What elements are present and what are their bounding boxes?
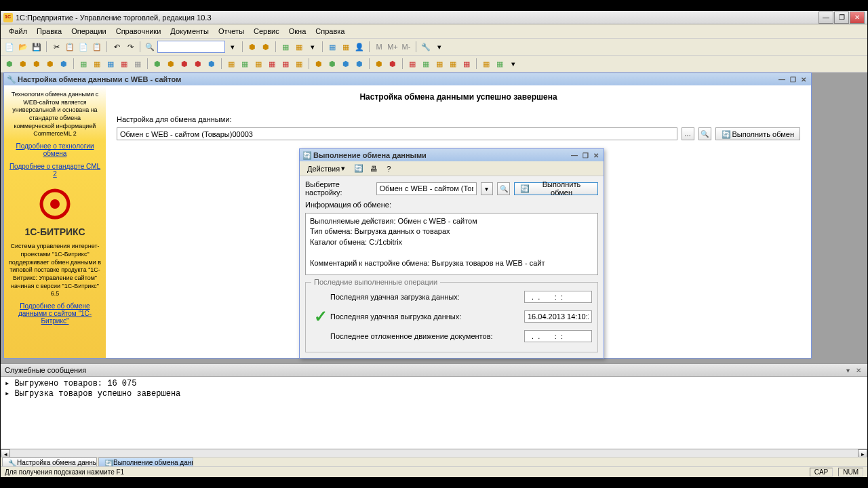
menu-edit[interactable]: Правка <box>33 26 66 37</box>
tb-icon[interactable]: ⬢ <box>58 58 70 70</box>
tb-icon[interactable]: ⬢ <box>326 58 338 70</box>
redo-icon[interactable]: ↷ <box>124 41 136 53</box>
menu-catalogs[interactable]: Справочники <box>112 26 165 37</box>
tb-icon[interactable]: ▦ <box>447 58 459 70</box>
close-button[interactable]: ✕ <box>591 150 601 160</box>
tb-icon[interactable]: ⬢ <box>165 58 177 70</box>
dropdown-icon[interactable]: ▾ <box>307 41 319 53</box>
last-deferred-input[interactable] <box>524 330 592 342</box>
tb-icon[interactable]: ▦ <box>239 58 251 70</box>
dropdown-icon[interactable]: ▾ <box>433 41 446 53</box>
tb-icon[interactable]: ⬢ <box>340 58 352 70</box>
menu-service[interactable]: Сервис <box>250 26 283 37</box>
tools-icon[interactable]: 🔧 <box>420 41 432 53</box>
settings-input[interactable] <box>117 127 677 140</box>
execute-exchange-button[interactable]: 🔄 Выполнить обмен <box>514 182 598 195</box>
tb-icon[interactable]: ⬢ <box>151 58 163 70</box>
minimize-button[interactable]: — <box>777 75 787 84</box>
search-input[interactable] <box>157 41 225 53</box>
tb-icon[interactable]: ⬢ <box>353 58 366 70</box>
m-icon[interactable]: M <box>373 41 385 53</box>
tool-icon[interactable]: ▦ <box>279 41 292 53</box>
dropdown-icon[interactable]: ▾ <box>226 41 239 53</box>
print-icon[interactable]: 🖶 <box>368 163 380 175</box>
dropdown-icon[interactable]: ▾ <box>507 58 519 70</box>
undo-icon[interactable]: ↶ <box>111 41 123 53</box>
tech-link[interactable]: Подробнее о технологии обмена <box>8 142 102 157</box>
maximize-button[interactable]: ❐ <box>580 150 590 160</box>
info-textarea[interactable]: Выполняемые действия: Обмен с WEB - сайт… <box>305 213 598 275</box>
help-icon[interactable]: ? <box>382 163 395 175</box>
tb-icon[interactable]: ▦ <box>460 58 473 70</box>
bitrix-link[interactable]: Подробнее об обмене данными с сайтом "1С… <box>8 302 102 325</box>
dropdown-button[interactable]: ▾ <box>481 182 494 195</box>
tb-icon[interactable]: ▦ <box>494 58 506 70</box>
tb-icon[interactable]: ▦ <box>132 58 144 70</box>
paste2-icon[interactable]: 📋 <box>91 41 103 53</box>
execute-exchange-button[interactable]: 🔄 Выполнить обмен <box>715 127 800 140</box>
tb-icon[interactable]: ▦ <box>480 58 492 70</box>
menu-file[interactable]: Файл <box>5 26 31 37</box>
refresh-icon[interactable]: 🔄 <box>353 163 365 175</box>
tb-icon[interactable]: ⬢ <box>44 58 56 70</box>
last-load-input[interactable] <box>524 291 592 303</box>
tb-icon[interactable]: ⬢ <box>313 58 325 70</box>
tool-icon[interactable]: ⬢ <box>246 41 258 53</box>
tb-icon[interactable]: ⬢ <box>178 58 191 70</box>
actions-menu[interactable]: Действия ▾ <box>302 162 350 175</box>
tb-icon[interactable]: ▦ <box>104 58 117 70</box>
user-icon[interactable]: 👤 <box>353 41 366 53</box>
settings-select[interactable] <box>376 182 477 195</box>
m-icon[interactable]: M+ <box>387 41 399 53</box>
tb-icon[interactable]: ▦ <box>118 58 130 70</box>
menu-documents[interactable]: Документы <box>166 26 213 37</box>
find-icon[interactable]: 🔍 <box>144 41 156 53</box>
menu-operations[interactable]: Операции <box>67 26 110 37</box>
menu-windows[interactable]: Окна <box>285 26 311 37</box>
minimize-button[interactable]: — <box>570 150 579 160</box>
cml-link[interactable]: Подробнее о стандарте CML 2 <box>8 163 102 178</box>
close-button[interactable]: ✕ <box>799 75 808 84</box>
last-unload-input[interactable] <box>524 310 592 323</box>
maximize-button[interactable]: ❐ <box>788 75 797 84</box>
tb-icon[interactable]: ⬢ <box>17 58 29 70</box>
tb-icon[interactable]: ▦ <box>293 58 305 70</box>
calendar-icon[interactable]: ▦ <box>340 41 352 53</box>
tb-icon[interactable]: ▦ <box>433 58 446 70</box>
open-icon[interactable]: 📂 <box>17 41 29 53</box>
tb-icon[interactable]: ▦ <box>91 58 103 70</box>
tool-icon[interactable]: ▦ <box>293 41 305 53</box>
maximize-button[interactable]: ❐ <box>834 12 849 24</box>
tb-icon[interactable]: ⬢ <box>387 58 399 70</box>
tb-icon[interactable]: ▦ <box>279 58 292 70</box>
ellipsis-button[interactable]: … <box>682 127 694 140</box>
copy-icon[interactable]: 📋 <box>64 41 76 53</box>
cut-icon[interactable]: ✂ <box>50 41 62 53</box>
grid-icon[interactable]: ▦ <box>326 41 338 53</box>
collapse-button[interactable]: ▾ <box>843 365 852 375</box>
tb-icon[interactable]: ⬢ <box>205 58 218 70</box>
new-icon[interactable]: 📄 <box>3 41 16 53</box>
tb-icon[interactable]: ▦ <box>406 58 418 70</box>
tb-icon[interactable]: ▦ <box>225 58 237 70</box>
tb-icon[interactable]: ▦ <box>420 58 432 70</box>
close-button[interactable]: ✕ <box>854 365 863 375</box>
close-button[interactable]: ✕ <box>850 12 865 24</box>
tb-icon[interactable]: ⬢ <box>373 58 385 70</box>
tb-icon[interactable]: ▦ <box>266 58 278 70</box>
tool-icon[interactable]: ⬢ <box>260 41 272 53</box>
paste-icon[interactable]: 📄 <box>77 41 90 53</box>
lookup-button[interactable]: 🔍 <box>497 182 510 195</box>
menu-reports[interactable]: Отчеты <box>214 26 248 37</box>
lookup-button[interactable]: 🔍 <box>698 127 711 140</box>
minimize-button[interactable]: — <box>818 12 833 24</box>
m-icon[interactable]: M- <box>400 41 412 53</box>
menu-help[interactable]: Справка <box>311 26 349 37</box>
messages-body[interactable]: Выгружено товаров: 16 075 Выгрузка товар… <box>1 377 867 450</box>
tb-icon[interactable]: ⬢ <box>31 58 43 70</box>
save-icon[interactable]: 💾 <box>31 41 43 53</box>
tb-icon[interactable]: ▦ <box>77 58 90 70</box>
tb-icon[interactable]: ⬢ <box>192 58 204 70</box>
tb-icon[interactable]: ⬢ <box>3 58 16 70</box>
tb-icon[interactable]: ▦ <box>252 58 264 70</box>
